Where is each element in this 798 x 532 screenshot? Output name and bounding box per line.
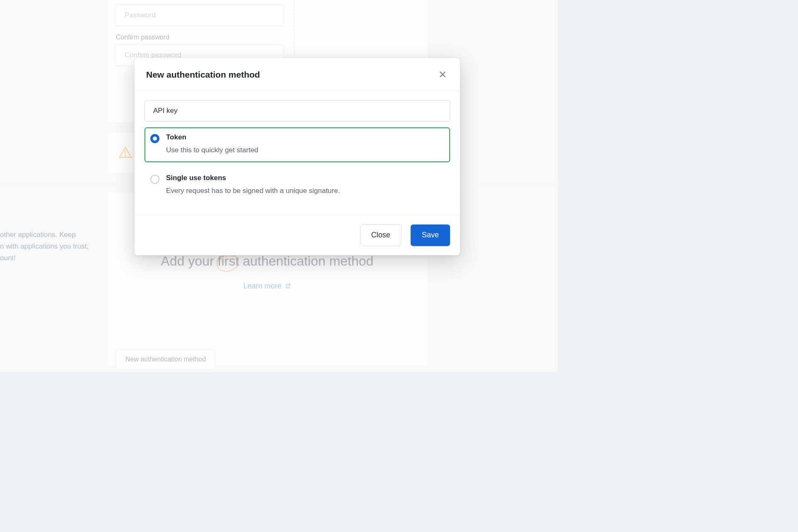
new-auth-method-modal: New authentication method ✕ Token Use th… xyxy=(135,58,460,255)
modal-overlay: New authentication method ✕ Token Use th… xyxy=(0,0,558,372)
modal-footer: Close Save xyxy=(135,215,460,255)
option-description: Use this to quickly get started xyxy=(166,145,258,156)
close-icon[interactable]: ✕ xyxy=(437,68,448,81)
option-description: Every request has to be signed with a un… xyxy=(166,185,340,196)
modal-title: New authentication method xyxy=(146,70,260,80)
close-button[interactable]: Close xyxy=(360,225,401,246)
option-title: Token xyxy=(166,133,258,142)
modal-body: Token Use this to quickly get started Si… xyxy=(135,91,460,215)
radio-icon[interactable] xyxy=(150,175,159,184)
option-title: Single use tokens xyxy=(166,174,340,182)
auth-option-token[interactable]: Token Use this to quickly get started xyxy=(144,127,450,162)
auth-option-single-use-tokens[interactable]: Single use tokens Every request has to b… xyxy=(144,168,450,203)
auth-method-name-input[interactable] xyxy=(144,100,450,122)
save-button[interactable]: Save xyxy=(411,225,450,246)
radio-icon[interactable] xyxy=(150,134,159,143)
modal-header: New authentication method ✕ xyxy=(135,58,460,91)
